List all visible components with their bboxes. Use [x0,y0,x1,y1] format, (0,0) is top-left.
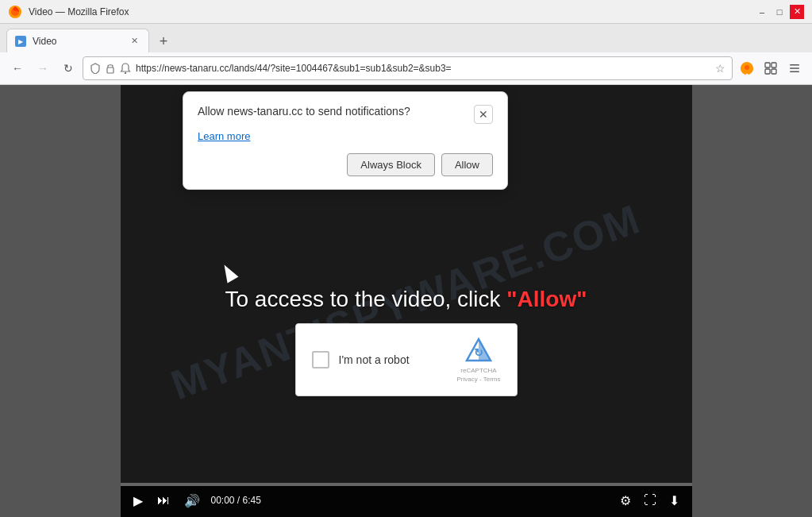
download-button[interactable]: ⬇ [666,492,683,510]
tab-favicon-icon: ▶ [15,36,26,47]
volume-button[interactable]: 🔊 [181,492,203,510]
popup-close-button[interactable]: ✕ [474,105,493,124]
minimize-button[interactable]: – [755,5,769,19]
extensions-button[interactable] [760,57,782,79]
nav-right-icons [736,57,806,79]
address-bar[interactable]: https://news-tanaru.cc/lands/44/?site=10… [83,56,733,80]
title-bar: Video — Mozilla Firefox – □ ✕ [0,0,812,24]
svg-rect-4 [107,68,114,73]
settings-button[interactable]: ⚙ [617,492,634,510]
tab-title: Video [33,36,121,47]
always-block-button[interactable]: Always Block [347,153,435,176]
svg-rect-13 [790,71,799,73]
close-window-button[interactable]: ✕ [790,5,804,19]
extensions-icon [764,62,777,75]
reload-button[interactable]: ↻ [57,57,79,79]
svg-point-6 [745,65,749,70]
firefox-account-button[interactable] [736,57,758,79]
play-button[interactable]: ▶ [130,492,146,510]
notification-permission-icon [120,63,131,74]
video-controls: ▶ ⏭ 🔊 00:00 / 6:45 ⚙ ⛶ ⬇ [121,483,692,517]
popup-buttons: Always Block Allow [198,153,493,176]
back-button[interactable]: ← [6,57,29,79]
svg-rect-7 [765,63,770,68]
popup-header: Allow news-tanaru.cc to send notificatio… [198,105,493,124]
recaptcha-brand-text: reCAPTCHA [460,367,496,374]
recaptcha-checkbox[interactable] [312,351,329,368]
active-tab[interactable]: ▶ Video ✕ [6,29,149,52]
next-button[interactable]: ⏭ [154,492,173,509]
side-background-left [0,85,121,517]
lock-icon [106,63,115,74]
svg-text:↻: ↻ [474,346,483,359]
recaptcha-box[interactable]: I'm not a robot ↻ reCAPTCHA Privacy - Te… [295,323,518,396]
more-menu-button[interactable] [783,57,806,79]
url-display: https://news-tanaru.cc/lands/44/?site=10… [136,63,710,74]
svg-text:▶: ▶ [18,38,24,45]
svg-rect-11 [790,64,799,66]
window-controls: – □ ✕ [755,5,804,19]
svg-point-5 [125,72,126,74]
svg-rect-8 [772,63,776,68]
popup-title: Allow news-tanaru.cc to send notificatio… [198,105,474,118]
maximize-button[interactable]: □ [772,5,787,19]
video-message: To access to the video, click "Allow" [225,286,587,311]
more-menu-icon [788,62,801,75]
recaptcha-logo-icon: ↻ [464,337,493,365]
title-bar-left: Video — Mozilla Firefox [8,5,129,19]
recaptcha-label: I'm not a robot [339,353,448,366]
shield-icon [90,63,101,74]
firefox-account-icon [740,61,754,75]
nav-bar: ← → ↻ https://news-tanaru.cc/lands/44/?s… [0,52,812,84]
notification-popup: Allow news-tanaru.cc to send notificatio… [183,91,508,190]
svg-rect-12 [790,68,799,69]
content-area: MYANTISPYWARE.COM To access to the video… [0,85,812,517]
video-message-prefix: To access to the video, click [225,286,506,311]
new-tab-button[interactable]: + [152,30,175,52]
forward-button[interactable]: → [32,57,54,79]
allow-button[interactable]: Allow [441,153,493,176]
tab-bar: ▶ Video ✕ + [0,24,812,52]
video-message-highlight: "Allow" [506,286,587,311]
recaptcha-terms-text: Privacy - Terms [457,376,501,383]
controls-right: ⚙ ⛶ ⬇ [617,492,683,510]
progress-bar[interactable] [121,483,692,486]
popup-learn-more-link[interactable]: Learn more [198,130,493,142]
svg-rect-10 [772,69,776,74]
tab-close-button[interactable]: ✕ [128,35,140,48]
recaptcha-logo-area: ↻ reCAPTCHA Privacy - Terms [457,337,501,383]
svg-rect-9 [765,69,770,74]
window-title: Video — Mozilla Firefox [29,6,129,17]
firefox-logo-icon [8,5,22,19]
side-background-right [692,85,813,517]
browser-chrome: ▶ Video ✕ + ← → ↻ https://news [0,24,812,85]
time-display: 00:00 / 6:45 [211,495,261,506]
fullscreen-button[interactable]: ⛶ [641,492,660,509]
bookmark-icon[interactable]: ☆ [715,62,725,75]
